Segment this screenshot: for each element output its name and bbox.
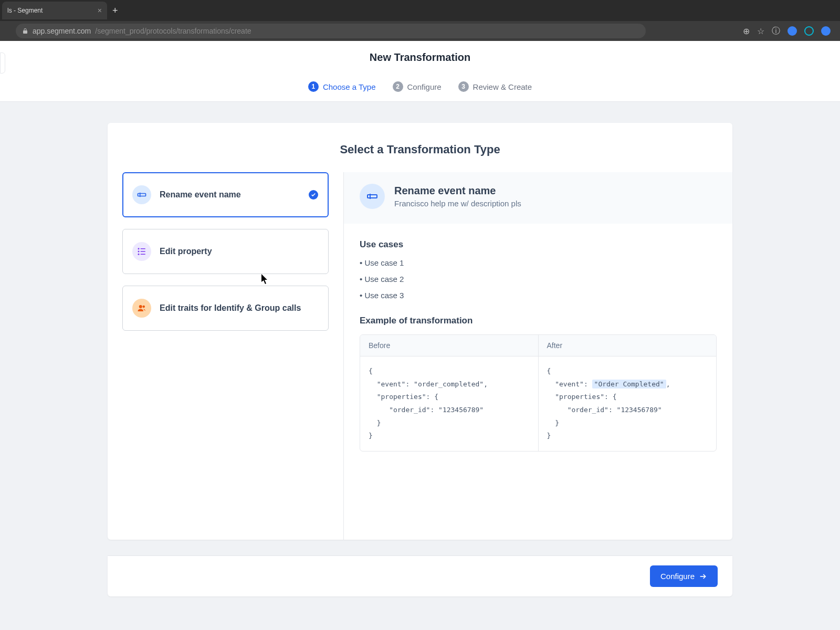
main-card: Select a Transformation Type Rename even…: [108, 123, 732, 540]
step-configure[interactable]: 2 Configure: [393, 81, 442, 92]
step-label: Configure: [407, 82, 442, 91]
extension-icon-zoom[interactable]: [788, 26, 797, 36]
svg-point-4: [138, 251, 140, 253]
browser-chrome: ls - Segment × + app.segment.com/segment…: [0, 0, 840, 41]
code-compare: Before { "event": "order_completed", "pr…: [360, 334, 717, 452]
option-rename-event[interactable]: Rename event name: [122, 172, 329, 217]
svg-rect-3: [141, 248, 145, 249]
highlighted-change: "Order Completed": [592, 380, 666, 388]
option-label: Edit traits for Identify & Group calls: [160, 303, 301, 313]
page-title: New Transformation: [0, 41, 840, 74]
svg-rect-0: [138, 194, 146, 196]
svg-rect-10: [368, 195, 377, 198]
list-icon: [132, 242, 151, 261]
usecases-heading: Use cases: [360, 239, 717, 250]
after-code: { "event": "Order Completed", "propertie…: [539, 356, 717, 451]
close-icon[interactable]: ×: [98, 6, 102, 15]
url-path: /segment_prod/protocols/transformations/…: [95, 27, 251, 35]
info-icon[interactable]: ⓘ: [772, 26, 780, 37]
toolbar-icons: ⊕ ☆ ⓘ: [743, 26, 831, 37]
check-icon: [309, 190, 318, 200]
tab-bar: ls - Segment × +: [0, 0, 840, 21]
option-edit-traits[interactable]: Edit traits for Identify & Group calls: [122, 286, 329, 331]
before-label: Before: [360, 335, 538, 356]
card-body: Rename event name Edit property Edit tra…: [108, 172, 732, 540]
before-code: { "event": "order_completed", "propertie…: [360, 356, 538, 451]
after-label: After: [539, 335, 717, 356]
detail-description: Francisco help me w/ description pls: [394, 199, 521, 208]
svg-point-9: [143, 306, 145, 308]
address-bar: app.segment.com/segment_prod/protocols/t…: [0, 21, 840, 41]
browser-tab[interactable]: ls - Segment ×: [2, 2, 107, 19]
detail-panel: Rename event name Francisco help me w/ d…: [344, 172, 732, 540]
svg-point-8: [139, 305, 142, 308]
svg-point-2: [138, 248, 140, 249]
before-column: Before { "event": "order_completed", "pr…: [360, 335, 539, 451]
app-header: New Transformation 1 Choose a Type 2 Con…: [0, 41, 840, 102]
zoom-icon[interactable]: ⊕: [743, 26, 750, 36]
use-case-item: Use case 3: [360, 291, 717, 300]
button-label: Configure: [660, 572, 695, 581]
sidebar-toggle[interactable]: [0, 52, 5, 74]
use-case-item: Use case 2: [360, 275, 717, 284]
option-edit-property[interactable]: Edit property: [122, 229, 329, 274]
footer-bar: Configure: [108, 555, 732, 596]
detail-header: Rename event name Francisco help me w/ d…: [344, 172, 732, 224]
step-number: 3: [458, 81, 469, 92]
url-field[interactable]: app.segment.com/segment_prod/protocols/t…: [16, 24, 646, 38]
use-cases-list: Use case 1 Use case 2 Use case 3: [360, 258, 717, 300]
arrow-right-icon: [699, 572, 707, 581]
example-heading: Example of transformation: [360, 316, 717, 326]
plus-icon[interactable]: +: [112, 5, 118, 16]
url-host: app.segment.com: [33, 27, 91, 35]
step-choose-type[interactable]: 1 Choose a Type: [308, 81, 376, 92]
step-number: 2: [393, 81, 403, 92]
extension-icon-3[interactable]: [821, 26, 831, 36]
lock-icon: [22, 28, 28, 34]
step-label: Choose a Type: [323, 82, 376, 91]
card-title: Select a Transformation Type: [108, 123, 732, 172]
after-column: After { "event": "Order Completed", "pro…: [539, 335, 717, 451]
users-icon: [132, 299, 151, 318]
option-label: Rename event name: [160, 190, 241, 200]
example-section: Example of transformation Before { "even…: [360, 316, 717, 452]
svg-point-6: [138, 254, 140, 255]
step-review-create[interactable]: 3 Review & Create: [458, 81, 532, 92]
star-icon[interactable]: ☆: [757, 26, 764, 36]
svg-rect-7: [141, 254, 145, 255]
rename-icon: [132, 185, 151, 204]
step-number: 1: [308, 81, 319, 92]
rename-icon: [360, 184, 385, 209]
option-label: Edit property: [160, 247, 212, 256]
detail-title: Rename event name: [394, 185, 521, 197]
step-label: Review & Create: [473, 82, 532, 91]
stepper: 1 Choose a Type 2 Configure 3 Review & C…: [0, 74, 840, 101]
options-panel: Rename event name Edit property Edit tra…: [108, 172, 344, 540]
tab-title: ls - Segment: [7, 7, 43, 14]
extension-icon-2[interactable]: [804, 26, 814, 36]
detail-body: Use cases Use case 1 Use case 2 Use case…: [344, 224, 732, 467]
svg-rect-5: [141, 251, 145, 252]
configure-button[interactable]: Configure: [650, 565, 718, 587]
use-case-item: Use case 1: [360, 258, 717, 267]
